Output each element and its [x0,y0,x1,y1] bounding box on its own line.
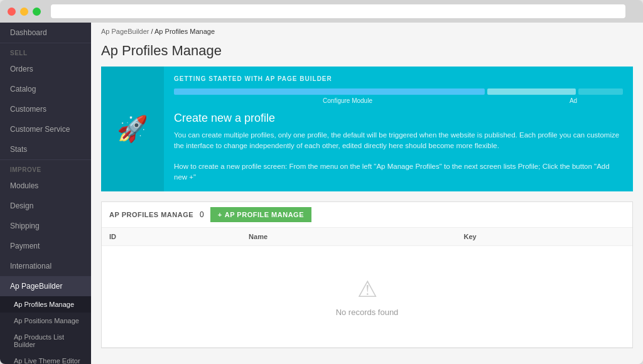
banner-text2: How to create a new profile screen: From… [174,161,623,183]
url-bar[interactable] [51,4,625,18]
sidebar-subitem-ap-positions-manage[interactable]: Ap Positions Manage [0,313,91,329]
close-button[interactable] [8,8,16,16]
no-records-text: No records found [134,308,600,317]
col-key: Key [457,228,633,246]
sidebar-subitem-ap-products-list-builder[interactable]: Ap Products List Builder [0,329,91,353]
no-records-row: ⚠ No records found [102,246,632,348]
sidebar-item-design[interactable]: Design [0,196,91,216]
minimize-button[interactable] [20,8,28,16]
add-profile-button[interactable]: + AP PROFILE MANAGE [210,207,311,222]
sidebar-item-stats[interactable]: Stats [0,139,91,159]
plus-icon: + [218,211,222,218]
add-btn-label: AP PROFILE MANAGE [225,211,304,218]
table-header-label: AP PROFILES MANAGE [109,211,193,218]
banner-heading: Create new a profile [174,112,623,125]
sidebar: Dashboard SELL Orders Catalog Customers … [0,23,91,364]
app-window: Dashboard SELL Orders Catalog Customers … [0,0,643,364]
sidebar-subsection: Ap Profiles Manage Ap Positions Manage A… [0,296,91,364]
page-title: Ap Profiles Manage [91,40,643,67]
sidebar-section-sell: SELL [0,43,91,59]
progress-bar-empty [578,88,623,95]
main-content: Ap PageBuilder / Ap Profiles Manage Ap P… [91,23,643,364]
breadcrumb: Ap PageBuilder / Ap Profiles Manage [91,23,643,40]
col-name: Name [241,228,456,246]
sidebar-item-ap-pagebuilder[interactable]: Ap PageBuilder [0,276,91,296]
no-records-cell: ⚠ No records found [102,246,632,348]
titlebar [0,0,643,23]
table-count: 0 [200,210,204,219]
progress-bar-configure [174,88,485,95]
banner-icon-area: 🚀 [101,67,164,191]
sidebar-item-payment[interactable]: Payment [0,236,91,256]
banner-text1: You can create multiple profiles, only o… [174,130,623,152]
progress-label-configure: Configure Module [174,97,521,104]
sidebar-item-dashboard[interactable]: Dashboard [0,23,91,43]
maximize-button[interactable] [33,8,41,16]
sidebar-item-modules[interactable]: Modules [0,176,91,196]
rocket-icon: 🚀 [117,114,148,144]
progress-label-ad: Ad [524,97,623,104]
banner-label: GETTING STARTED WITH AP PAGE BUILDER [174,75,623,82]
breadcrumb-parent-link[interactable]: Ap PageBuilder [101,28,149,35]
sidebar-section-improve: IMPROVE [0,159,91,176]
table-header-row: ID Name Key [102,228,632,246]
breadcrumb-current: Ap Profiles Manage [154,28,215,35]
no-records-container: ⚠ No records found [109,251,625,342]
sidebar-item-international[interactable]: International [0,256,91,276]
sidebar-subitem-ap-live-theme-editor[interactable]: Ap Live Theme Editor [0,353,91,364]
progress-bar-ad [487,88,576,95]
sidebar-subitem-ap-profiles-manage[interactable]: Ap Profiles Manage [0,296,91,313]
getting-started-banner: 🚀 GETTING STARTED WITH AP PAGE BUILDER C… [101,67,633,191]
footer-bar: 📄 CREATE FIRST PROFILE >> [91,358,643,364]
col-id: ID [102,228,241,246]
app-body: Dashboard SELL Orders Catalog Customers … [0,23,643,364]
profiles-table-section: AP PROFILES MANAGE 0 + AP PROFILE MANAGE… [101,201,633,348]
warning-icon: ⚠ [134,276,600,302]
banner-content: GETTING STARTED WITH AP PAGE BUILDER Con… [164,67,633,191]
table-header: AP PROFILES MANAGE 0 + AP PROFILE MANAGE [102,202,632,228]
sidebar-item-shipping[interactable]: Shipping [0,216,91,236]
sidebar-item-catalog[interactable]: Catalog [0,79,91,99]
sidebar-item-orders[interactable]: Orders [0,59,91,79]
sidebar-item-customers[interactable]: Customers [0,99,91,119]
progress-labels: Configure Module Ad [174,97,623,104]
progress-bars [174,88,623,95]
sidebar-item-customer-service[interactable]: Customer Service [0,119,91,139]
profiles-table: ID Name Key ⚠ No records found [102,228,632,348]
traffic-lights [8,8,41,16]
